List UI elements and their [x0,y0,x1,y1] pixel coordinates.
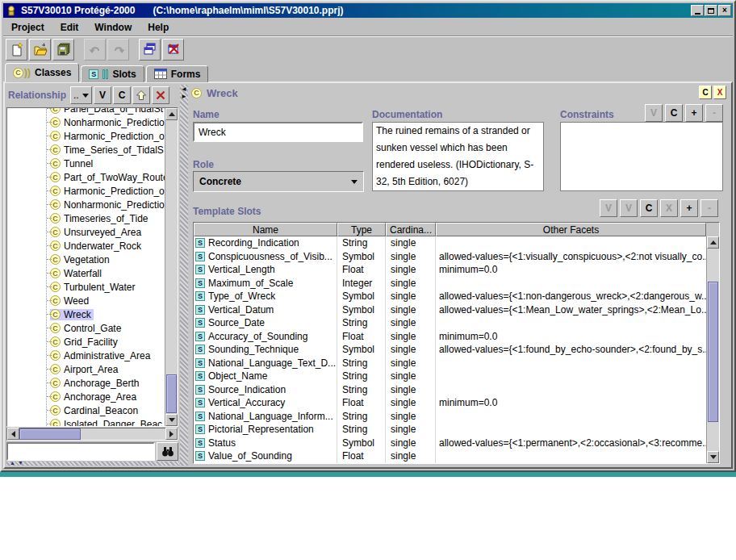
vertical-splitter[interactable]: ◄ ► [180,85,188,466]
slot-row[interactable]: S Recording_Indication String single [194,236,706,250]
view-class-button[interactable]: V [94,86,111,104]
cascade-windows-button[interactable] [139,39,161,61]
menu-edit[interactable]: Edit [52,20,87,35]
tree-vertical-scrollbar[interactable] [165,108,178,426]
constraints-create-button[interactable]: C [665,104,683,122]
search-input[interactable] [6,442,155,461]
tree-item[interactable]: C Anchorage_Area [7,390,165,403]
relationship-combobox[interactable]: .. [70,86,92,104]
tab-classes[interactable]: C)) Classes [5,63,79,82]
save-project-button[interactable] [52,39,74,61]
tree-item[interactable]: C Grid_Facility [7,335,165,349]
slot-row[interactable]: S National_Language_Text_D... String sin… [194,357,706,370]
documentation-textarea[interactable]: The ruined remains of a stranded or sunk… [372,122,544,191]
titlebar[interactable]: S57V30010 Protégé-2000 (C:\home\raphaelm… [3,3,733,18]
tree-item[interactable]: C Wreck [7,307,165,321]
slot-row[interactable]: S Vertical_Accuracy Float single minimum… [194,396,706,410]
tree-item[interactable]: C Underwater_Rock [7,239,165,253]
tree-item[interactable]: C Unsurveyed_Area [7,225,165,239]
template-slots-label: Template Slots [193,206,261,217]
slot-row[interactable]: S Type_of_Wreck Symbol single allowed-va… [194,290,706,303]
tree-item[interactable]: C Weed [7,294,165,307]
tab-forms[interactable]: Forms [146,65,209,82]
close-windows-button[interactable] [162,39,184,61]
tree-item[interactable]: C Isolated_Danger_Beac [7,417,165,426]
tree-item-label: Part_of_TwoWay_Route [64,172,165,183]
collapse-up-icon[interactable]: ▲ [10,460,15,466]
slot-type: Symbol [337,250,386,264]
chevron-down-icon [82,94,89,98]
slot-row[interactable]: S Pictorial_Representation String single [194,423,706,437]
tree-item[interactable]: C Airport_Area [7,362,165,376]
collapse-right-icon[interactable]: ► [181,94,187,100]
menu-project[interactable]: Project [3,20,52,35]
tree-item[interactable]: C Panel_Data_of_TidalSt [7,108,165,115]
scroll-down-button[interactable] [707,451,719,463]
slot-name: Vertical_Length [208,264,275,275]
scroll-up-button[interactable] [165,108,178,120]
maximize-button[interactable] [705,5,717,16]
horizontal-splitter[interactable]: ▲ ▼ [6,462,179,466]
menu-window[interactable]: Window [86,20,140,35]
tab-slots[interactable]: S Slots [81,65,144,82]
delete-class-button[interactable] [152,86,169,104]
tree-item[interactable]: C Turbulent_Water [7,280,165,294]
tree-item[interactable]: C Cardinal_Beacon [7,403,165,417]
constraints-list[interactable] [560,122,723,191]
create-class-button[interactable]: C [113,86,131,104]
tree-item[interactable]: C Administrative_Area [7,349,165,362]
slot-row[interactable]: S Accuracy_of_Sounding Float single mini… [194,330,706,344]
collapse-left-icon[interactable]: ◄ [181,86,187,93]
slot-row[interactable]: S [194,463,706,464]
scroll-right-button[interactable] [165,428,178,440]
tree-item[interactable]: C Control_Gate [7,321,165,335]
tree-item[interactable]: C Timeseries_of_Tide [7,211,165,225]
tree-horizontal-scrollbar[interactable] [6,428,178,441]
tree-item[interactable]: C Waterfall [7,266,165,280]
tree-item[interactable]: C Time_Series_of_TidalS [7,143,165,157]
scrollbar-thumb[interactable] [166,374,177,413]
slot-create-button[interactable]: C [640,199,658,217]
scroll-up-button[interactable] [707,236,719,249]
close-button[interactable]: × [718,5,731,16]
slot-row[interactable]: S Value_of_Sounding Float single [194,449,706,463]
tree-item[interactable]: C Anchorage_Berth [7,376,165,390]
scroll-down-button[interactable] [165,414,178,426]
slot-row[interactable]: S Sounding_Technique Symbol single allow… [194,343,706,357]
name-input[interactable] [193,122,363,142]
open-project-button[interactable] [29,39,51,61]
scroll-left-button[interactable] [7,428,19,440]
tree-item[interactable]: C Nonharmonic_Predictio [7,198,165,211]
role-combobox[interactable]: Concrete [193,171,364,192]
class-header-c-button[interactable]: C [699,86,712,99]
scrollbar-thumb[interactable] [708,282,718,422]
menu-help[interactable]: Help [140,20,177,35]
tree-item[interactable]: C Harmonic_Prediction_o [7,129,165,143]
tree-item[interactable]: C Harmonic_Prediction_o [7,184,165,198]
search-button[interactable] [157,442,178,461]
collapse-down-icon[interactable]: ▼ [18,460,23,466]
slot-icon: S [195,332,205,341]
slot-row[interactable]: S National_Language_Inform... String sin… [194,410,706,424]
tree-item[interactable]: C Part_of_TwoWay_Route [7,170,165,184]
table-vertical-scrollbar[interactable] [706,236,719,463]
slot-row[interactable]: S Source_Date String single [194,316,706,330]
slot-row[interactable]: S Conspicuousness_of_Visib... Symbol sin… [194,250,706,264]
slot-icon: S [195,424,205,434]
tree-item[interactable]: C Tunnel [7,157,165,170]
new-project-button[interactable] [6,39,27,61]
tree-item[interactable]: C Nonharmonic_Predictio [7,115,165,129]
slot-row[interactable]: S Source_Indication String single [194,383,706,397]
slot-row[interactable]: S Maximum_of_Scale Integer single [194,277,706,290]
slot-row[interactable]: S Status Symbol single allowed-values={<… [194,437,706,450]
scrollbar-thumb[interactable] [19,428,81,440]
create-subclass-button[interactable] [132,86,150,104]
constraints-add-button[interactable]: + [685,104,703,122]
slot-row[interactable]: S Object_Name String single [194,370,706,383]
tree-item[interactable]: C Vegetation [7,253,165,266]
slot-add-button[interactable]: + [680,199,698,217]
slot-row[interactable]: S Vertical_Datum Symbol single allowed-v… [194,303,706,317]
slot-row[interactable]: S Vertical_Length Float single minimum=0… [194,263,706,277]
minimize-button[interactable] [691,5,704,16]
class-header-close-button[interactable]: X [713,86,726,99]
